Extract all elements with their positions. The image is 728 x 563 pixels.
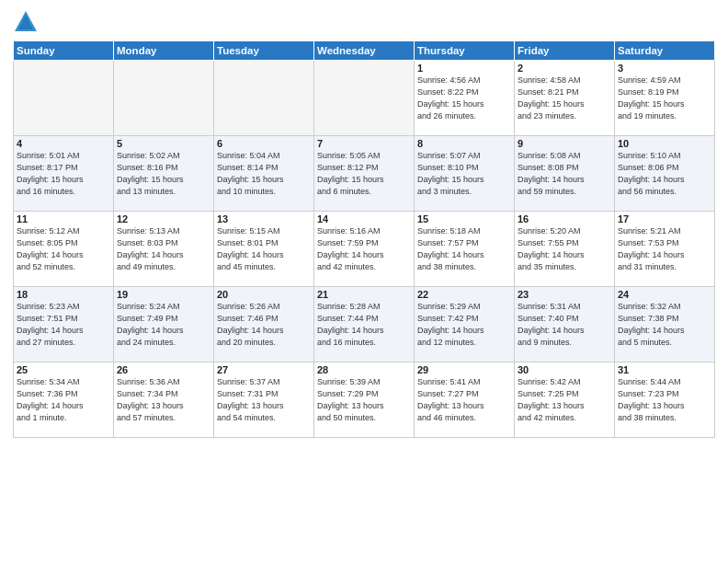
logo-icon [13, 9, 39, 35]
day-info: Sunrise: 5:41 AMSunset: 7:27 PMDaylight:… [417, 376, 511, 424]
calendar-cell: 10Sunrise: 5:10 AMSunset: 8:06 PMDayligh… [615, 136, 715, 212]
day-number: 26 [117, 364, 210, 375]
day-number: 22 [417, 289, 511, 300]
calendar-cell: 4Sunrise: 5:01 AMSunset: 8:17 PMDaylight… [14, 136, 114, 212]
calendar-cell: 25Sunrise: 5:34 AMSunset: 7:36 PMDayligh… [14, 362, 114, 438]
day-header-saturday: Saturday [615, 41, 715, 61]
day-number: 19 [117, 289, 210, 300]
calendar-cell: 26Sunrise: 5:36 AMSunset: 7:34 PMDayligh… [114, 362, 214, 438]
calendar-page: SundayMondayTuesdayWednesdayThursdayFrid… [0, 0, 728, 563]
day-number: 14 [317, 213, 411, 224]
week-row-5: 25Sunrise: 5:34 AMSunset: 7:36 PMDayligh… [14, 362, 715, 438]
calendar-cell: 13Sunrise: 5:15 AMSunset: 8:01 PMDayligh… [214, 212, 314, 287]
day-number: 5 [117, 138, 210, 149]
calendar-cell: 20Sunrise: 5:26 AMSunset: 7:46 PMDayligh… [214, 287, 314, 362]
calendar-cell: 11Sunrise: 5:12 AMSunset: 8:05 PMDayligh… [14, 212, 114, 287]
day-number: 17 [618, 213, 711, 224]
calendar-cell: 9Sunrise: 5:08 AMSunset: 8:08 PMDaylight… [515, 136, 615, 212]
day-info: Sunrise: 5:20 AMSunset: 7:55 PMDaylight:… [518, 225, 611, 273]
logo [13, 9, 42, 35]
day-header-monday: Monday [114, 41, 214, 61]
day-number: 13 [217, 213, 311, 224]
calendar-cell: 7Sunrise: 5:05 AMSunset: 8:12 PMDaylight… [314, 136, 415, 212]
day-info: Sunrise: 5:18 AMSunset: 7:57 PMDaylight:… [417, 225, 511, 273]
day-info: Sunrise: 5:26 AMSunset: 7:46 PMDaylight:… [217, 301, 311, 349]
day-number: 6 [217, 138, 311, 149]
day-info: Sunrise: 5:16 AMSunset: 7:59 PMDaylight:… [317, 225, 411, 273]
day-info: Sunrise: 5:31 AMSunset: 7:40 PMDaylight:… [518, 301, 611, 349]
calendar-cell: 3Sunrise: 4:59 AMSunset: 8:19 PMDaylight… [615, 61, 715, 136]
day-number: 24 [618, 289, 711, 300]
calendar-cell: 15Sunrise: 5:18 AMSunset: 7:57 PMDayligh… [415, 212, 515, 287]
day-number: 10 [618, 138, 711, 149]
calendar-cell: 12Sunrise: 5:13 AMSunset: 8:03 PMDayligh… [114, 212, 214, 287]
day-info: Sunrise: 4:58 AMSunset: 8:21 PMDaylight:… [518, 75, 611, 122]
calendar-cell [214, 61, 314, 136]
day-number: 3 [618, 63, 711, 74]
day-number: 25 [17, 364, 110, 375]
day-info: Sunrise: 5:12 AMSunset: 8:05 PMDaylight:… [17, 225, 110, 273]
calendar-cell [14, 61, 114, 136]
day-info: Sunrise: 5:37 AMSunset: 7:31 PMDaylight:… [217, 376, 311, 424]
calendar-cell: 24Sunrise: 5:32 AMSunset: 7:38 PMDayligh… [615, 287, 715, 362]
day-number: 4 [17, 138, 110, 149]
day-info: Sunrise: 5:01 AMSunset: 8:17 PMDaylight:… [17, 150, 110, 198]
day-info: Sunrise: 5:23 AMSunset: 7:51 PMDaylight:… [17, 301, 110, 349]
week-row-2: 4Sunrise: 5:01 AMSunset: 8:17 PMDaylight… [14, 136, 715, 212]
day-info: Sunrise: 5:39 AMSunset: 7:29 PMDaylight:… [317, 376, 411, 424]
day-number: 2 [518, 63, 611, 74]
week-row-1: 1Sunrise: 4:56 AMSunset: 8:22 PMDaylight… [14, 61, 715, 136]
day-number: 31 [618, 364, 711, 375]
day-number: 9 [518, 138, 611, 149]
day-info: Sunrise: 5:34 AMSunset: 7:36 PMDaylight:… [17, 376, 110, 424]
day-number: 8 [417, 138, 511, 149]
calendar-cell: 1Sunrise: 4:56 AMSunset: 8:22 PMDaylight… [415, 61, 515, 136]
calendar-cell: 31Sunrise: 5:44 AMSunset: 7:23 PMDayligh… [615, 362, 715, 438]
day-number: 23 [518, 289, 611, 300]
calendar-cell: 14Sunrise: 5:16 AMSunset: 7:59 PMDayligh… [314, 212, 415, 287]
day-info: Sunrise: 5:44 AMSunset: 7:23 PMDaylight:… [618, 376, 711, 424]
week-row-3: 11Sunrise: 5:12 AMSunset: 8:05 PMDayligh… [14, 212, 715, 287]
day-info: Sunrise: 5:21 AMSunset: 7:53 PMDaylight:… [618, 225, 711, 273]
day-info: Sunrise: 5:28 AMSunset: 7:44 PMDaylight:… [317, 301, 411, 349]
day-number: 11 [17, 213, 110, 224]
day-number: 30 [518, 364, 611, 375]
calendar-cell: 2Sunrise: 4:58 AMSunset: 8:21 PMDaylight… [515, 61, 615, 136]
day-info: Sunrise: 5:42 AMSunset: 7:25 PMDaylight:… [518, 376, 611, 424]
calendar-cell: 21Sunrise: 5:28 AMSunset: 7:44 PMDayligh… [314, 287, 415, 362]
day-info: Sunrise: 5:15 AMSunset: 8:01 PMDaylight:… [217, 225, 311, 273]
day-header-thursday: Thursday [415, 41, 515, 61]
day-info: Sunrise: 4:56 AMSunset: 8:22 PMDaylight:… [417, 75, 511, 122]
day-number: 28 [317, 364, 411, 375]
day-number: 7 [317, 138, 411, 149]
calendar-cell: 28Sunrise: 5:39 AMSunset: 7:29 PMDayligh… [314, 362, 415, 438]
day-info: Sunrise: 5:10 AMSunset: 8:06 PMDaylight:… [618, 150, 711, 198]
day-header-sunday: Sunday [14, 41, 114, 61]
day-number: 12 [117, 213, 210, 224]
calendar-cell: 29Sunrise: 5:41 AMSunset: 7:27 PMDayligh… [415, 362, 515, 438]
day-number: 15 [417, 213, 511, 224]
day-number: 18 [17, 289, 110, 300]
day-header-tuesday: Tuesday [214, 41, 314, 61]
header-row: SundayMondayTuesdayWednesdayThursdayFrid… [14, 41, 715, 61]
day-info: Sunrise: 5:24 AMSunset: 7:49 PMDaylight:… [117, 301, 210, 349]
day-header-friday: Friday [515, 41, 615, 61]
calendar-cell: 8Sunrise: 5:07 AMSunset: 8:10 PMDaylight… [415, 136, 515, 212]
calendar-cell [314, 61, 415, 136]
day-number: 20 [217, 289, 311, 300]
week-row-4: 18Sunrise: 5:23 AMSunset: 7:51 PMDayligh… [14, 287, 715, 362]
calendar-cell [114, 61, 214, 136]
day-number: 27 [217, 364, 311, 375]
calendar-cell: 27Sunrise: 5:37 AMSunset: 7:31 PMDayligh… [214, 362, 314, 438]
day-info: Sunrise: 5:36 AMSunset: 7:34 PMDaylight:… [117, 376, 210, 424]
calendar-cell: 19Sunrise: 5:24 AMSunset: 7:49 PMDayligh… [114, 287, 214, 362]
day-number: 29 [417, 364, 511, 375]
day-info: Sunrise: 5:13 AMSunset: 8:03 PMDaylight:… [117, 225, 210, 273]
calendar-cell: 22Sunrise: 5:29 AMSunset: 7:42 PMDayligh… [415, 287, 515, 362]
day-info: Sunrise: 5:02 AMSunset: 8:16 PMDaylight:… [117, 150, 210, 198]
day-info: Sunrise: 5:05 AMSunset: 8:12 PMDaylight:… [317, 150, 411, 198]
calendar-cell: 18Sunrise: 5:23 AMSunset: 7:51 PMDayligh… [14, 287, 114, 362]
day-header-wednesday: Wednesday [314, 41, 415, 61]
calendar-cell: 6Sunrise: 5:04 AMSunset: 8:14 PMDaylight… [214, 136, 314, 212]
day-info: Sunrise: 5:04 AMSunset: 8:14 PMDaylight:… [217, 150, 311, 198]
